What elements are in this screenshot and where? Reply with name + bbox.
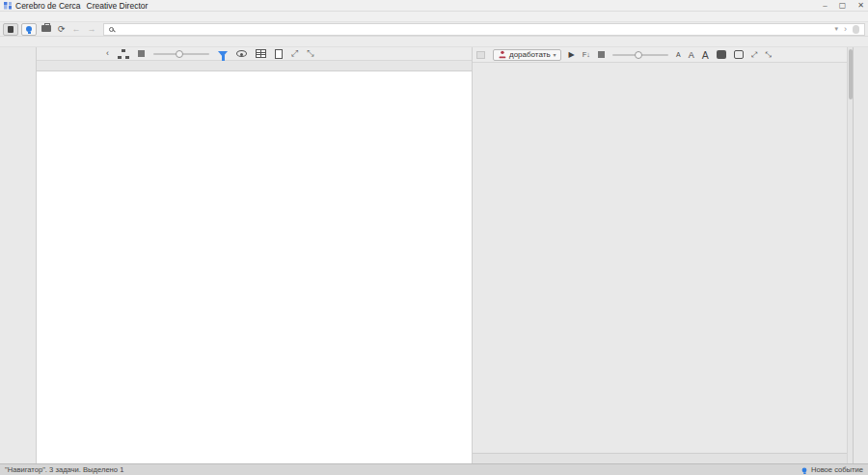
zoom-slider[interactable] [153, 53, 209, 55]
forum-toolbar: доработать ▾ ▶ F↓ A A A ⤢ ⤡ [473, 47, 847, 63]
fullscreen-icon[interactable]: ⤡ [307, 49, 313, 58]
minimize-button[interactable]: – [823, 1, 827, 10]
filled-view-icon[interactable] [717, 50, 726, 59]
maximize-button[interactable]: ▢ [839, 1, 847, 10]
window-controls: – ▢ ✕ [823, 1, 864, 10]
lightbulb-icon [26, 26, 32, 32]
sort-icon[interactable]: F↓ [583, 50, 590, 59]
status-dropdown-label: доработать [509, 50, 551, 59]
breadcrumb-bar: ▾ › [103, 23, 865, 36]
stamp-icon [499, 51, 506, 59]
panel-toggle-icon[interactable] [476, 51, 485, 59]
feed-scrollbar[interactable] [847, 47, 853, 463]
filter-icon[interactable] [218, 51, 228, 57]
collapse-panel-icon[interactable]: ‹ [106, 49, 109, 58]
forward-icon[interactable]: → [86, 24, 98, 34]
menu-bar [0, 12, 868, 22]
nav-toolbar: ⟳ ← → ▾ › [0, 22, 868, 37]
status-left-text: "Навигатор". 3 задачи. Выделено 1 [5, 465, 123, 474]
fullscreen2-icon[interactable]: ⤡ [765, 50, 771, 60]
expand2-icon[interactable]: ⤢ [751, 50, 757, 60]
columns-icon[interactable] [256, 49, 266, 58]
side-tabs [853, 47, 868, 463]
panel-icon [8, 26, 14, 33]
breadcrumb-end: ▾ › [834, 24, 864, 34]
titlebar: Cerebro de Cerca Creative Director – ▢ ✕ [0, 0, 868, 12]
edit-toolbar [0, 37, 868, 47]
font-medium-button[interactable]: A [689, 50, 694, 60]
message-feed [473, 63, 847, 453]
search-icon[interactable] [109, 27, 114, 32]
visibility-icon[interactable] [236, 50, 247, 57]
status-right: Новое событие [801, 465, 863, 474]
new-event-label[interactable]: Новое событие [811, 465, 863, 474]
slider-knob[interactable] [635, 51, 642, 59]
app-window: Cerebro de Cerca Creative Director – ▢ ✕… [0, 0, 868, 475]
next-chevron-icon[interactable]: › [844, 24, 847, 34]
close-button[interactable]: ✕ [857, 1, 864, 10]
window-title-app: Cerebro de Cerca [15, 1, 81, 11]
task-table [37, 71, 472, 463]
details-toggle-button[interactable] [3, 23, 18, 36]
thumbnail-size-icon[interactable] [138, 50, 145, 57]
app-logo-icon [4, 2, 12, 10]
back-icon[interactable]: ← [70, 24, 83, 34]
slider-knob[interactable] [176, 50, 183, 58]
font-larger-button[interactable]: A [702, 49, 709, 61]
outline-view-icon[interactable] [734, 50, 744, 59]
bottom-tabs [473, 453, 847, 463]
main-area: ‹ ⤢ ⤡ доработать ▾ [0, 47, 868, 463]
projects-icon[interactable] [41, 25, 51, 32]
status-dropdown-button[interactable]: доработать ▾ [493, 49, 561, 61]
expand-icon[interactable]: ⤢ [291, 49, 298, 58]
navigator-panel: ‹ ⤢ ⤡ [37, 47, 473, 463]
sidebar [0, 47, 37, 463]
events-lightbulb-button[interactable] [21, 23, 37, 36]
scrollbar-thumb[interactable] [849, 49, 853, 99]
user-indicator-icon [853, 25, 859, 34]
chevron-down-icon: ▾ [554, 51, 556, 58]
font-smaller-button[interactable]: A [676, 51, 681, 58]
play-button[interactable]: ▶ [569, 50, 575, 59]
preview-slider[interactable] [612, 54, 668, 56]
dropdown-caret-icon[interactable]: ▾ [834, 25, 838, 33]
status-bar: "Навигатор". 3 задачи. Выделено 1 Новое … [0, 463, 868, 475]
preview-size-icon[interactable] [598, 51, 605, 58]
new-event-icon [802, 467, 807, 472]
refresh-icon[interactable]: ⟳ [56, 24, 68, 34]
report-icon[interactable] [275, 49, 283, 59]
forum-panel: доработать ▾ ▶ F↓ A A A ⤢ ⤡ [473, 47, 847, 463]
window-title-role: Creative Director [87, 1, 149, 11]
table-header [37, 61, 472, 71]
navigator-toolbar: ‹ ⤢ ⤡ [37, 47, 472, 61]
hierarchy-icon[interactable] [118, 49, 129, 59]
